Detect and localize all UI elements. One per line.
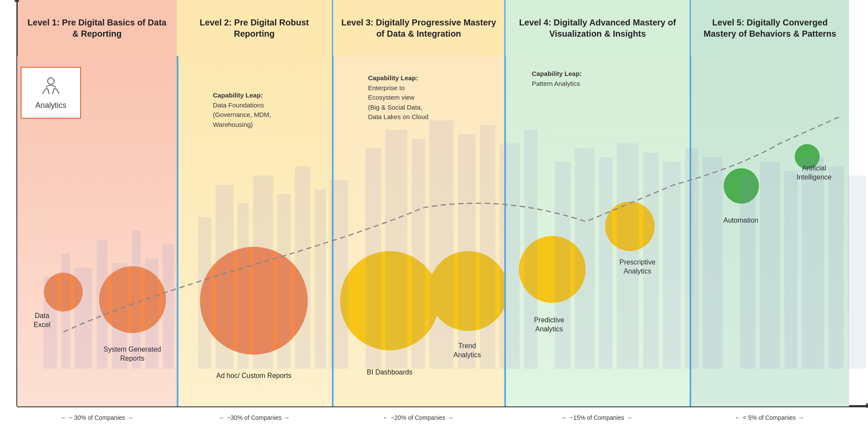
bubble-system-reports [99, 266, 166, 333]
level4-header: Level 4: Digitally Advanced Mastery of V… [504, 0, 690, 56]
label-system-reports: System GeneratedReports [96, 345, 169, 363]
label-data-excel: DataExcel [34, 312, 50, 330]
bubble-predictive-analytics [519, 236, 586, 303]
level2-header: Level 2: Pre Digital Robust Reporting [177, 0, 332, 56]
analytics-label: Analytics [35, 101, 66, 110]
bubble-data-excel [44, 273, 83, 312]
pct-label-level4: ~15% of Companies [562, 414, 632, 421]
svg-rect-38 [848, 176, 866, 369]
pct-level2: ~30% of Companies [177, 407, 332, 428]
level5-header: Level 5: Digitally Converged Mastery of … [690, 0, 849, 56]
level2-section: Capability Leap: Data Foundations(Govern… [177, 56, 332, 406]
pct-level3: ~20% of Companies [332, 407, 504, 428]
pct-level4: ~15% of Companies [504, 407, 690, 428]
pct-label-level1: ~ 30% of Companies [61, 414, 133, 421]
bubble-trend-analytics [428, 251, 504, 331]
label-artificial-intelligence: ArtificialIntelligence [784, 164, 844, 182]
pct-label-level3: ~20% of Companies [383, 414, 453, 421]
label-bi-dashboards: BI Dashboards [340, 368, 439, 377]
pct-level5: < 5% of Companies [690, 407, 849, 428]
label-predictive-analytics: PredictiveAnalytics [510, 316, 588, 334]
capability-leap-level4: Capability Leap: Pattern Analytics [532, 69, 582, 88]
svg-point-0 [48, 78, 54, 84]
level4-section: Capability Leap: Pattern Analytics Predi… [504, 56, 690, 406]
pct-label-level5: < 5% of Companies [735, 414, 804, 421]
capability-leap-level2: Capability Leap: Data Foundations(Govern… [213, 91, 271, 129]
bubble-automation [724, 168, 759, 204]
analytics-icon [38, 76, 64, 98]
label-trend-analytics: TrendAnalytics [437, 342, 497, 360]
percentage-row: ~ 30% of Companies ~30% of Companies ~20… [17, 406, 868, 428]
analytics-icon-box: Analytics [21, 67, 81, 119]
bubble-prescriptive-analytics [605, 201, 655, 251]
level3-section: Capability Leap: Enterprise toEcosystem … [332, 56, 504, 406]
level1-header: Level 1: Pre Digital Basics of Data & Re… [17, 0, 177, 56]
bubble-adhoc-reports [200, 247, 308, 355]
label-adhoc-reports: Ad hoc/ Custom Reports [192, 371, 315, 381]
pct-label-level2: ~30% of Companies [219, 414, 290, 421]
level5-section: Automation ArtificialIntelligence [690, 56, 849, 406]
level3-header: Level 3: Digitally Progressive Mastery o… [332, 0, 504, 56]
label-automation: Automation [709, 216, 773, 225]
pct-level1: ~ 30% of Companies [17, 407, 177, 428]
main-container: Analytics Level 1: Pre Digital Basics of… [0, 0, 868, 428]
bubble-bi-dashboards [340, 251, 439, 350]
label-prescriptive-analytics: PrescriptiveAnalytics [603, 258, 672, 276]
header-row: Level 1: Pre Digital Basics of Data & Re… [17, 0, 868, 56]
capability-leap-level3: Capability Leap: Enterprise toEcosystem … [368, 73, 428, 122]
chart-area: DataExcel System GeneratedReports Capabi… [17, 56, 868, 406]
